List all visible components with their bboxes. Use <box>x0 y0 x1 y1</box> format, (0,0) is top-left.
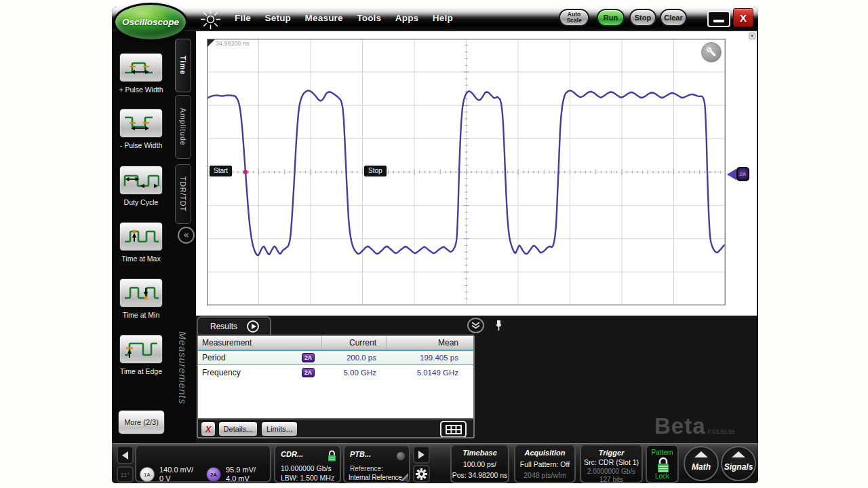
results-table-rows: Period2A200.0 ps199.405 psFrequency2A5.0… <box>198 350 473 380</box>
measurement-current: 5.00 GHz <box>321 365 386 379</box>
results-tab[interactable]: Results <box>197 316 271 335</box>
graticule[interactable]: 34.98200 ns Start Stop <box>207 39 726 305</box>
settings-gear-button[interactable] <box>413 465 430 483</box>
clear-button[interactable]: Clear <box>660 9 687 26</box>
delete-measurement-button[interactable]: X <box>201 421 216 436</box>
close-button[interactable]: X <box>733 8 753 27</box>
tab-label: Time <box>179 56 187 75</box>
results-collapse-button[interactable] <box>467 318 484 333</box>
scroll-channels-left-button[interactable] <box>117 446 134 464</box>
beta-version: P.03.50.99 <box>708 428 735 435</box>
measurement-name: Frequency2A <box>198 368 321 377</box>
menu-item-file[interactable]: File <box>235 13 251 23</box>
results-play-button[interactable] <box>247 320 259 333</box>
table-grid-icon <box>446 425 462 434</box>
status-bar: 11° 1A140.0 mV/0 V2A95.9 mV/4.0 mV CDR..… <box>112 443 758 483</box>
minus-pulse-width-icon <box>123 113 159 133</box>
channel-2a-button[interactable]: 2A95.9 mV/4.0 mV <box>206 466 256 483</box>
menu-item-tools[interactable]: Tools <box>357 13 381 23</box>
auto-scale-label: AutoScale <box>566 12 581 24</box>
top-menu-bar: Oscilloscope FileSetupMeasureToolsAppsHe… <box>112 7 758 31</box>
channel-level-arrow-icon[interactable] <box>727 168 737 183</box>
menu-item-apps[interactable]: Apps <box>395 13 419 23</box>
sidebar-tab-amplitude[interactable]: Amplitude <box>175 95 191 159</box>
tool-label: Time at Edge <box>108 367 174 375</box>
measurement-current: 200.0 ps <box>321 351 386 364</box>
close-icon: X <box>740 12 747 24</box>
pattern-lock-label-bottom: Lock <box>647 472 677 480</box>
run-button[interactable]: Run <box>597 9 625 26</box>
minimize-button[interactable] <box>707 11 730 27</box>
source-badge: 2A <box>302 368 315 377</box>
tab-label: TDR/TDT <box>179 176 187 212</box>
channel-1a-readout: 140.0 mV/0 V <box>159 466 193 483</box>
beta-watermark: BetaP.03.50.99 <box>654 413 735 439</box>
math-button-label: Math <box>685 462 717 472</box>
start-marker-label[interactable]: Start <box>210 166 232 176</box>
limits-button[interactable]: Limits... <box>261 421 298 436</box>
scroll-channels-right-button[interactable] <box>413 446 430 464</box>
menu-item-setup[interactable]: Setup <box>265 13 292 23</box>
chevron-down-icon <box>471 322 480 329</box>
column-header-mean: Mean <box>386 336 467 350</box>
channel-level-badge[interactable]: 2A <box>736 167 749 181</box>
acquisition-panel[interactable]: Acquisition Full Pattern: Off 2048 pts/w… <box>514 444 576 483</box>
pattern-lock-button[interactable]: Pattern Lock <box>646 445 679 483</box>
minus-pulse-width-button[interactable] <box>119 109 163 138</box>
sidebar-collapse-button[interactable]: « <box>178 227 195 244</box>
sidebar-tab-tdr-tdt[interactable]: TDR/TDT <box>175 164 191 224</box>
math-button[interactable]: Math <box>684 446 719 481</box>
timebase-panel[interactable]: Timebase 100.00 ps/ Pos: 34.98200 ns <box>450 444 509 483</box>
delete-x-icon: X <box>205 424 212 434</box>
auto-scale-button[interactable]: AutoScale <box>559 9 589 26</box>
duty-cycle-button[interactable] <box>119 166 163 195</box>
display-collapse-chevron[interactable]: ▾ <box>749 33 755 39</box>
time-at-edge-button[interactable] <box>119 335 163 364</box>
cdr-loop-bandwidth: LBW: 1.500 MHz <box>281 474 334 482</box>
tool-minus-pulse-width: - Pulse Width <box>119 109 163 138</box>
triangle-right-icon <box>418 451 425 459</box>
waveform-chart <box>207 39 726 305</box>
details-button-label: Details... <box>224 425 253 433</box>
results-toolbar: X Details... Limits... <box>198 418 473 437</box>
channel-1a-button[interactable]: 1A140.0 mV/0 V <box>140 466 193 483</box>
measurement-row-period[interactable]: Period2A200.0 ps199.405 ps <box>198 350 473 365</box>
pattern-lock-icon <box>656 457 671 473</box>
sidebar-panel-title: Measurements <box>177 331 192 438</box>
measurement-mean: 5.0149 GHz <box>386 365 467 379</box>
plus-pulse-width-icon <box>123 58 159 77</box>
stop-marker-label[interactable]: Stop <box>364 166 387 176</box>
details-button[interactable]: Details... <box>218 421 258 436</box>
trigger-panel[interactable]: Trigger Src: CDR (Slot 1) 2.0000000 Gb/s… <box>580 444 643 483</box>
minimize-icon <box>713 20 724 22</box>
time-at-min-button[interactable] <box>119 278 163 307</box>
plus-pulse-width-button[interactable] <box>119 53 163 82</box>
timebase-scale: 100.00 ps/ <box>452 460 508 468</box>
ptb-panel[interactable]: PTB... Reference: Internal Reference <box>343 445 410 483</box>
menu-item-help[interactable]: Help <box>433 13 453 23</box>
duty-cycle-icon <box>123 170 159 190</box>
channel-2a-readout: 95.9 mV/4.0 mV <box>226 466 256 483</box>
display-settings-wrench-button[interactable] <box>701 42 722 62</box>
pin-icon[interactable] <box>494 320 503 334</box>
more-measurements-button[interactable]: More (2/3) <box>118 410 165 434</box>
tool-label: - Pulse Width <box>108 141 174 149</box>
channels-panel[interactable]: 1A140.0 mV/0 V2A95.9 mV/4.0 mV <box>135 445 271 483</box>
time-at-max-button[interactable] <box>119 222 163 251</box>
tool-time-at-edge: Time at Edge <box>119 335 163 364</box>
measurement-row-frequency[interactable]: Frequency2A5.00 GHz5.0149 GHz <box>198 365 473 380</box>
brightness-icon[interactable] <box>200 9 221 33</box>
cdr-panel[interactable]: CDR... 10.000000 Gb/s LBW: 1.500 MHz <box>274 445 341 483</box>
results-grid-view-button[interactable] <box>440 421 467 438</box>
stop-button[interactable]: Stop <box>629 9 656 26</box>
tool-duty-cycle: Duty Cycle <box>119 166 163 195</box>
ptb-title: PTB... <box>350 450 371 458</box>
menu-item-measure[interactable]: Measure <box>305 13 343 23</box>
signals-button[interactable]: Signals <box>721 446 756 481</box>
sidebar-tab-time[interactable]: Time <box>175 39 191 92</box>
triangle-up-icon <box>694 451 708 457</box>
pattern-lock-label-top: Pattern <box>647 449 677 456</box>
menu-bar-items: FileSetupMeasureToolsAppsHelp <box>235 13 453 23</box>
tool-time-at-min: Time at Min <box>119 278 163 307</box>
time-at-edge-icon <box>123 339 159 359</box>
